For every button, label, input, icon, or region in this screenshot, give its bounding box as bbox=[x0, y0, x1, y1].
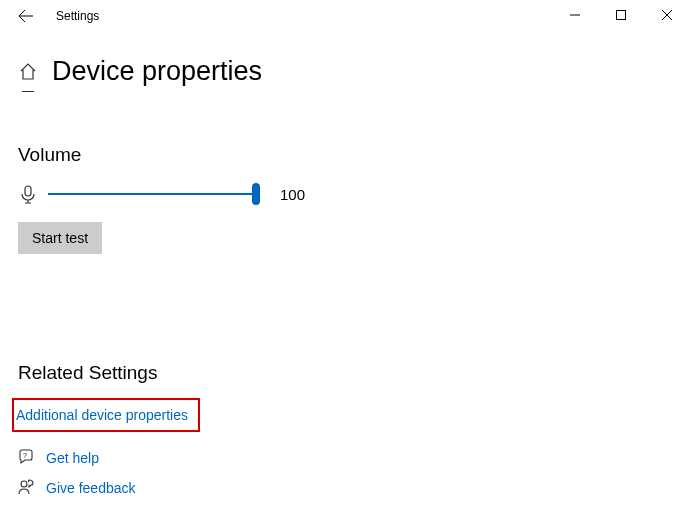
volume-label: Volume bbox=[18, 144, 672, 166]
microphone-icon bbox=[18, 184, 38, 204]
svg-point-6 bbox=[21, 481, 27, 487]
home-icon[interactable] bbox=[18, 62, 38, 82]
footer-links: ? Get help Give feedback bbox=[18, 449, 136, 509]
volume-slider[interactable] bbox=[48, 193, 258, 195]
back-arrow-icon[interactable] bbox=[18, 8, 34, 24]
get-help-row: ? Get help bbox=[18, 449, 136, 467]
related-settings-section: Related Settings Additional device prope… bbox=[18, 362, 200, 432]
additional-device-properties-link[interactable]: Additional device properties bbox=[16, 407, 188, 423]
give-feedback-row: Give feedback bbox=[18, 479, 136, 497]
window-controls bbox=[552, 0, 690, 30]
highlight-box: Additional device properties bbox=[12, 398, 200, 432]
give-feedback-link[interactable]: Give feedback bbox=[46, 480, 136, 496]
volume-value: 100 bbox=[280, 186, 305, 203]
maximize-button[interactable] bbox=[598, 0, 644, 30]
window-title: Settings bbox=[56, 9, 99, 23]
svg-text:?: ? bbox=[23, 452, 27, 459]
titlebar: Settings bbox=[0, 0, 690, 32]
help-icon: ? bbox=[18, 449, 36, 467]
slider-thumb[interactable] bbox=[252, 183, 260, 205]
page-title: Device properties bbox=[52, 56, 262, 87]
page-header: Device properties bbox=[0, 32, 690, 87]
start-test-button[interactable]: Start test bbox=[18, 222, 102, 254]
minimize-button[interactable] bbox=[552, 0, 598, 30]
svg-rect-4 bbox=[25, 186, 31, 196]
get-help-link[interactable]: Get help bbox=[46, 450, 99, 466]
related-settings-title: Related Settings bbox=[18, 362, 200, 384]
svg-rect-1 bbox=[617, 11, 626, 20]
close-button[interactable] bbox=[644, 0, 690, 30]
content-area: Volume 100 Start test bbox=[0, 92, 690, 254]
volume-row: 100 bbox=[18, 184, 672, 204]
feedback-icon bbox=[18, 479, 36, 497]
